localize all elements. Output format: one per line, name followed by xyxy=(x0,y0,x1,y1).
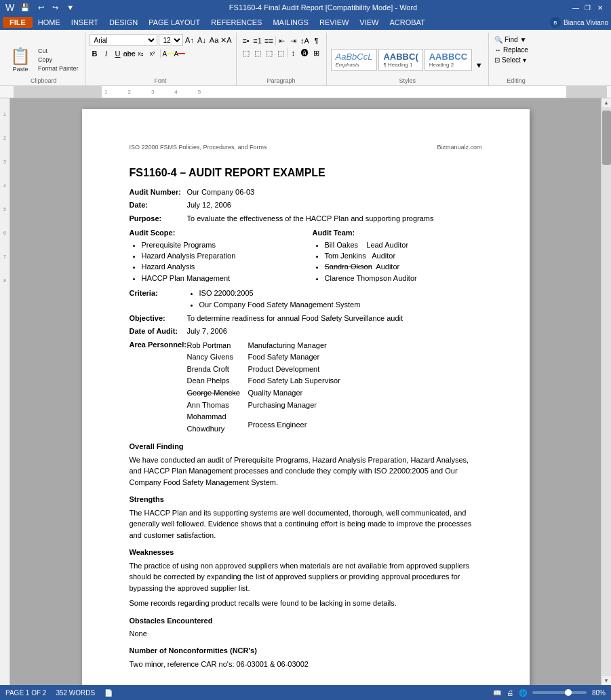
separator xyxy=(160,49,161,58)
right-scrollbar[interactable]: ▲ ▼ xyxy=(601,98,611,685)
style-heading2[interactable]: AABBCC Heading 2 xyxy=(425,49,472,71)
view-read-icon[interactable]: 📖 xyxy=(493,689,501,697)
font-color-button[interactable]: A xyxy=(174,48,185,59)
justify-button[interactable]: ⬚ xyxy=(275,47,286,58)
menu-acrobat[interactable]: ACROBAT xyxy=(384,17,430,28)
style-emphasis[interactable]: AaBbCcL Emphasis xyxy=(331,49,378,71)
menu-references[interactable]: REFERENCES xyxy=(205,17,267,28)
qat-dropdown[interactable]: ▼ xyxy=(64,3,76,12)
editing-group: 🔍 Find ▼ ↔ Replace ⊡ Select ▾ Editing xyxy=(489,33,543,85)
area-personnel-label: Area Personnel: xyxy=(130,340,187,350)
select-button[interactable]: ⊡ Select ▾ xyxy=(493,56,528,64)
align-right-button[interactable]: ⬚ xyxy=(264,47,275,58)
menu-view[interactable]: VIEW xyxy=(354,17,384,28)
menu-home[interactable]: HOME xyxy=(33,17,66,28)
audit-number-value: Our Company 06-03 xyxy=(187,187,255,197)
date-of-audit-value: July 7, 2006 xyxy=(187,326,227,336)
font-size-select[interactable]: 12 xyxy=(159,34,183,46)
user-avatar: B xyxy=(550,17,561,28)
paragraph-group: ≡• ≡1 ≡≡ ⇤ ⇥ ↕A ¶ ⬚ ⬚ ⬚ ⬚ ↕ 🅐 xyxy=(237,33,327,85)
menu-insert[interactable]: INSERT xyxy=(66,17,104,28)
minimize-button[interactable]: — xyxy=(570,2,581,13)
replace-label: Replace xyxy=(503,46,528,54)
copy-button[interactable]: Copy xyxy=(36,56,81,64)
style-heading1[interactable]: AABBC( ¶ Heading 1 xyxy=(378,49,422,71)
title-bar-left: W 💾 ↩ ↪ ▼ xyxy=(5,2,76,13)
qat-undo[interactable]: ↩ xyxy=(36,3,46,13)
line-spacing-button[interactable]: ↕ xyxy=(288,47,299,58)
menu-page-layout[interactable]: PAGE LAYOUT xyxy=(143,17,205,28)
audit-team-list: Bill Oakes Lead Auditor Tom Jenkins Audi… xyxy=(325,240,482,284)
restore-button[interactable]: ❐ xyxy=(583,2,593,13)
paste-label: Paste xyxy=(12,66,28,73)
qat-save[interactable]: 💾 xyxy=(18,3,32,13)
multilevel-list-button[interactable]: ≡≡ xyxy=(264,35,275,46)
align-left-button[interactable]: ⬚ xyxy=(241,47,252,58)
weaknesses-text1: The practice of using non approved suppl… xyxy=(130,560,482,594)
vertical-ruler: 1 2 3 4 5 6 7 8 xyxy=(0,98,10,685)
separator xyxy=(275,36,276,45)
list-item: Hazard Analysis Preparation xyxy=(142,251,299,261)
font-name-select[interactable]: Arial xyxy=(90,34,157,46)
grow-font-button[interactable]: A↑ xyxy=(184,35,195,45)
clear-formatting-button[interactable]: ✕A xyxy=(221,35,232,45)
sort-button[interactable]: ↕A xyxy=(300,35,311,46)
audit-scope-col: Audit Scope: Prerequisite Programs Hazar… xyxy=(130,228,299,284)
format-painter-button[interactable]: Format Painter xyxy=(36,64,81,73)
doc-check-icon: 📄 xyxy=(104,689,113,697)
increase-indent-button[interactable]: ⇥ xyxy=(288,35,299,46)
numbering-button[interactable]: ≡1 xyxy=(252,35,263,46)
italic-button[interactable]: I xyxy=(101,48,112,59)
menu-file[interactable]: FILE xyxy=(3,17,33,28)
font-name-row: Arial 12 A↑ A↓ Aa ✕A xyxy=(90,34,232,46)
personnel-name: George Mencke xyxy=(187,387,248,400)
scroll-up-button[interactable]: ▲ xyxy=(602,98,610,107)
list-buttons-row: ≡• ≡1 ≡≡ ⇤ ⇥ ↕A ¶ xyxy=(241,35,322,46)
menu-design[interactable]: DESIGN xyxy=(104,17,143,28)
scrollbar-track[interactable] xyxy=(602,107,611,676)
personnel-title: Purchasing Manager xyxy=(248,400,363,412)
align-center-button[interactable]: ⬚ xyxy=(252,47,263,58)
decrease-indent-button[interactable]: ⇤ xyxy=(277,35,288,46)
shrink-font-button[interactable]: A↓ xyxy=(197,35,208,45)
scroll-down-button[interactable]: ▼ xyxy=(602,676,610,685)
styles-more-button[interactable]: ▼ xyxy=(473,60,484,71)
change-case-button[interactable]: Aa xyxy=(209,35,220,45)
superscript-button[interactable]: x² xyxy=(147,48,158,59)
zoom-slider[interactable] xyxy=(532,691,587,694)
strikethrough-button[interactable]: abc xyxy=(124,48,135,59)
menu-mailings[interactable]: MAILINGS xyxy=(267,17,314,28)
cut-button[interactable]: Cut xyxy=(36,47,81,55)
bullets-button[interactable]: ≡• xyxy=(241,35,252,46)
editing-group-label: Editing xyxy=(489,77,543,84)
personnel-list: Rob PortmanManufacturing Manager Nancy G… xyxy=(187,340,363,435)
view-web-icon[interactable]: 🌐 xyxy=(519,689,527,697)
list-item: Clarence Thompson Auditor xyxy=(325,273,482,284)
strengths-text: The HACCP Plan and its supporting system… xyxy=(130,507,482,541)
view-print-icon[interactable]: 🖨 xyxy=(507,689,513,697)
borders-button[interactable]: ⊞ xyxy=(311,47,322,58)
replace-icon: ↔ xyxy=(494,46,501,54)
shading-button[interactable]: 🅐 xyxy=(300,47,311,58)
qat-redo[interactable]: ↪ xyxy=(50,3,60,13)
text-highlight-button[interactable]: A xyxy=(163,48,174,59)
audit-team-col: Audit Team: Bill Oakes Lead Auditor Tom … xyxy=(313,228,482,284)
personnel-name: MohammadChowdhury xyxy=(187,411,248,435)
personnel-name: Brenda Croft xyxy=(187,364,248,376)
underline-button[interactable]: U xyxy=(113,48,123,59)
document-area[interactable]: ISO 22000 FSMS Policies, Procedures, and… xyxy=(10,98,601,685)
subscript-button[interactable]: x₂ xyxy=(136,48,146,59)
show-marks-button[interactable]: ¶ xyxy=(311,35,322,46)
window-title: FS1160-4 Final Audit Report [Compatibili… xyxy=(229,3,417,12)
objective-label: Objective: xyxy=(130,313,187,324)
scrollbar-thumb[interactable] xyxy=(602,111,611,165)
close-button[interactable]: ✕ xyxy=(595,2,606,13)
clipboard-label: Clipboard xyxy=(3,77,85,84)
list-item: Sandra Okson Auditor xyxy=(325,262,482,272)
find-button[interactable]: 🔍 Find ▼ xyxy=(493,35,528,44)
bold-button[interactable]: B xyxy=(90,48,100,59)
personnel-name: Rob Portman xyxy=(187,340,248,352)
menu-review[interactable]: REVIEW xyxy=(314,17,354,28)
replace-button[interactable]: ↔ Replace xyxy=(493,45,530,54)
font-group: Arial 12 A↑ A↓ Aa ✕A B I U abc x₂ x² xyxy=(85,33,237,85)
